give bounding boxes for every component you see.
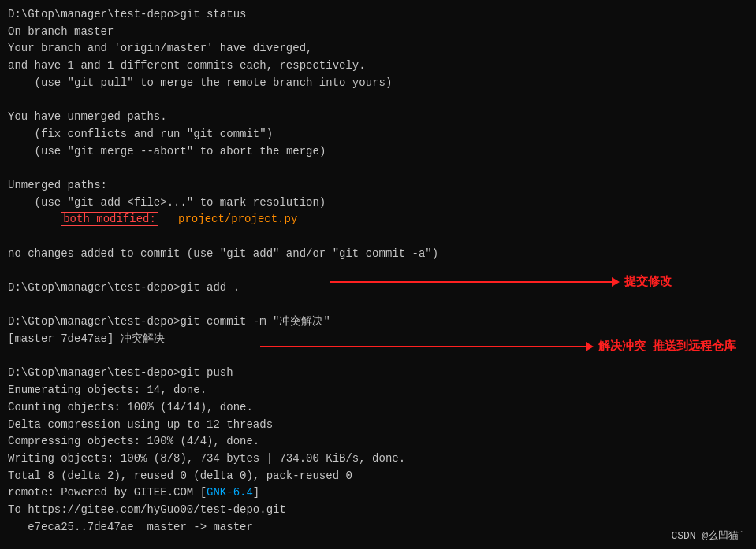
terminal-line: Writing objects: 100% (8/8), 734 bytes |… [8, 451, 748, 468]
terminal-line-abort: (use "git merge -- (use "git merge --abo… [8, 143, 748, 161]
terminal-line [8, 160, 748, 177]
terminal-line-remote: remote: Powered by GITEE.COM [GNK-6.4] [8, 484, 748, 502]
terminal-line: Total 8 (delta 2), reused 0 (delta 0), p… [8, 468, 748, 485]
both-modified-label: both modified: [61, 212, 158, 226]
csdn-watermark: CSDN @么凹猫` [671, 529, 745, 543]
terminal-line-both-modified: both modified: project/project.py [8, 211, 748, 228]
annotation-push: 解决冲突 推送到远程仓库 [260, 339, 736, 354]
annotation-label: 提交修改 [624, 274, 672, 289]
terminal-line: e7eca25..7de47ae master -> master [8, 519, 748, 536]
terminal-line [8, 91, 748, 109]
modified-file: project/project.py [178, 213, 297, 225]
terminal-line-git-push: D:\Gtop\manager\test-depo>git push [8, 365, 748, 382]
terminal-line: Your branch and 'origin/master' have div… [8, 40, 748, 57]
terminal-line-git-commit: D:\Gtop\manager\test-depo>git commit -m … [8, 313, 748, 331]
abort-keyword: abort [220, 145, 253, 158]
terminal-line [8, 536, 748, 549]
terminal-line: no changes added to commit (use "git add… [8, 246, 748, 263]
terminal-line: On branch master [8, 24, 748, 41]
terminal-line: (fix conflicts and run "git commit") [8, 126, 748, 143]
terminal-line: Delta compression using up to 12 threads [8, 417, 748, 434]
terminal-line [8, 228, 748, 246]
annotation-submit: 提交修改 [330, 274, 672, 289]
terminal-line: D:\Gtop\manager\test-depo>git status [8, 6, 748, 24]
annotation-arrow [260, 346, 587, 347]
terminal-line: To https://gitee.com/hyGuo00/test-depo.g… [8, 502, 748, 519]
terminal-line: Counting objects: 100% (14/14), done. [8, 399, 748, 417]
terminal-line: (use "git add <file>..." to mark resolut… [8, 195, 748, 212]
terminal-line: Enumerating objects: 14, done. [8, 382, 748, 399]
annotation-arrow [330, 281, 613, 283]
terminal-window: D:\Gtop\manager\test-depo>git status On … [0, 0, 756, 549]
terminal-line: You have unmerged paths. [8, 109, 748, 126]
gnk-badge: GNK-6.4 [207, 486, 253, 499]
terminal-line: Compressing objects: 100% (4/4), done. [8, 433, 748, 451]
terminal-line: Unmerged paths: [8, 177, 748, 195]
terminal-line: and have 1 and 1 different commits each,… [8, 57, 748, 75]
annotation-label: 解决冲突 推送到远程仓库 [598, 339, 736, 354]
terminal-line: (use "git pull" to merge the remote bran… [8, 75, 748, 92]
terminal-line [8, 297, 748, 314]
